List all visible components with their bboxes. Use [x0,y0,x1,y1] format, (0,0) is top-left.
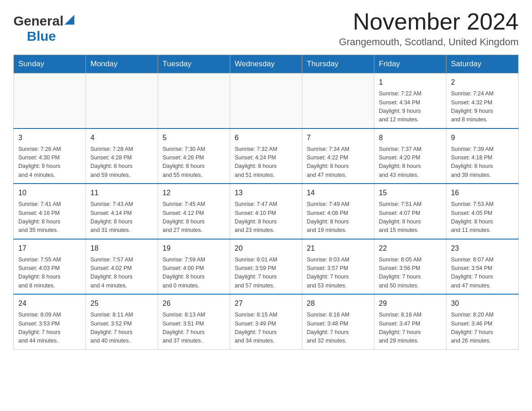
weekday-header: Wednesday [230,55,302,73]
day-number: 6 [235,133,297,143]
day-info: Sunrise: 7:30 AM Sunset: 4:26 PM Dayligh… [163,145,225,180]
day-number: 25 [90,298,153,309]
day-number: 4 [90,133,153,143]
day-info: Sunrise: 7:22 AM Sunset: 4:34 PM Dayligh… [379,90,442,124]
day-info: Sunrise: 8:01 AM Sunset: 3:59 PM Dayligh… [235,256,297,291]
day-number: 19 [163,243,225,254]
day-info: Sunrise: 7:55 AM Sunset: 4:03 PM Dayligh… [18,256,81,291]
calendar-cell: 22Sunrise: 8:05 AM Sunset: 3:56 PM Dayli… [374,239,446,295]
calendar-cell: 27Sunrise: 8:15 AM Sunset: 3:49 PM Dayli… [230,294,302,349]
day-info: Sunrise: 7:45 AM Sunset: 4:12 PM Dayligh… [163,200,225,235]
day-info: Sunrise: 8:05 AM Sunset: 3:56 PM Dayligh… [379,256,442,291]
day-info: Sunrise: 8:16 AM Sunset: 3:48 PM Dayligh… [307,311,369,346]
day-number: 30 [451,298,514,309]
day-number: 2 [451,77,514,88]
day-number: 8 [379,133,442,143]
title-section: November 2024 Grangemouth, Scotland, Uni… [339,9,519,48]
weekday-header: Monday [86,55,158,73]
day-info: Sunrise: 7:57 AM Sunset: 4:02 PM Dayligh… [90,256,153,291]
day-info: Sunrise: 7:34 AM Sunset: 4:22 PM Dayligh… [307,145,369,180]
calendar-cell: 16Sunrise: 7:53 AM Sunset: 4:05 PM Dayli… [446,184,519,239]
day-info: Sunrise: 7:49 AM Sunset: 4:08 PM Dayligh… [307,200,369,235]
calendar-cell: 19Sunrise: 7:59 AM Sunset: 4:00 PM Dayli… [158,239,230,295]
svg-marker-0 [64,15,74,25]
calendar-cell: 24Sunrise: 8:09 AM Sunset: 3:53 PM Dayli… [14,294,86,349]
calendar-cell: 17Sunrise: 7:55 AM Sunset: 4:03 PM Dayli… [14,239,86,295]
calendar-cell [302,73,374,128]
day-info: Sunrise: 7:47 AM Sunset: 4:10 PM Dayligh… [235,200,297,235]
day-info: Sunrise: 8:07 AM Sunset: 3:54 PM Dayligh… [451,256,514,291]
calendar-cell: 20Sunrise: 8:01 AM Sunset: 3:59 PM Dayli… [230,239,302,295]
calendar-cell [230,73,302,128]
location-subtitle: Grangemouth, Scotland, United Kingdom [339,36,519,48]
calendar-cell: 25Sunrise: 8:11 AM Sunset: 3:52 PM Dayli… [86,294,158,349]
day-number: 21 [307,243,369,254]
day-number: 11 [90,188,153,198]
calendar-cell: 30Sunrise: 8:20 AM Sunset: 3:46 PM Dayli… [446,294,519,349]
day-number: 3 [18,133,81,143]
calendar-week-row: 3Sunrise: 7:26 AM Sunset: 4:30 PM Daylig… [14,128,519,184]
calendar-cell: 4Sunrise: 7:28 AM Sunset: 4:28 PM Daylig… [86,128,158,184]
day-info: Sunrise: 8:15 AM Sunset: 3:49 PM Dayligh… [235,311,297,346]
day-number: 20 [235,243,297,254]
day-number: 5 [163,133,225,143]
calendar-cell: 10Sunrise: 7:41 AM Sunset: 4:16 PM Dayli… [14,184,86,239]
logo-general-text: General [13,13,64,29]
day-info: Sunrise: 8:09 AM Sunset: 3:53 PM Dayligh… [18,311,81,346]
day-info: Sunrise: 8:18 AM Sunset: 3:47 PM Dayligh… [379,311,442,346]
calendar-cell: 21Sunrise: 8:03 AM Sunset: 3:57 PM Dayli… [302,239,374,295]
day-info: Sunrise: 7:26 AM Sunset: 4:30 PM Dayligh… [18,145,81,180]
calendar-cell: 29Sunrise: 8:18 AM Sunset: 3:47 PM Dayli… [374,294,446,349]
calendar-cell: 26Sunrise: 8:13 AM Sunset: 3:51 PM Dayli… [158,294,230,349]
day-info: Sunrise: 7:51 AM Sunset: 4:07 PM Dayligh… [379,200,442,235]
day-number: 24 [18,298,81,309]
day-info: Sunrise: 7:37 AM Sunset: 4:20 PM Dayligh… [379,145,442,180]
day-number: 15 [379,188,442,198]
day-info: Sunrise: 7:41 AM Sunset: 4:16 PM Dayligh… [18,200,81,235]
calendar-cell: 12Sunrise: 7:45 AM Sunset: 4:12 PM Dayli… [158,184,230,239]
day-info: Sunrise: 8:20 AM Sunset: 3:46 PM Dayligh… [451,311,514,346]
calendar-cell: 18Sunrise: 7:57 AM Sunset: 4:02 PM Dayli… [86,239,158,295]
calendar-cell: 23Sunrise: 8:07 AM Sunset: 3:54 PM Dayli… [446,239,519,295]
calendar-cell: 8Sunrise: 7:37 AM Sunset: 4:20 PM Daylig… [374,128,446,184]
day-number: 18 [90,243,153,254]
calendar-week-row: 24Sunrise: 8:09 AM Sunset: 3:53 PM Dayli… [14,294,519,349]
weekday-header: Tuesday [158,55,230,73]
day-number: 13 [235,188,297,198]
calendar-cell: 11Sunrise: 7:43 AM Sunset: 4:14 PM Dayli… [86,184,158,239]
calendar-cell: 15Sunrise: 7:51 AM Sunset: 4:07 PM Dayli… [374,184,446,239]
day-number: 26 [163,298,225,309]
day-info: Sunrise: 8:13 AM Sunset: 3:51 PM Dayligh… [163,311,225,346]
day-number: 17 [18,243,81,254]
calendar-cell: 2Sunrise: 7:24 AM Sunset: 4:32 PM Daylig… [446,73,519,128]
day-info: Sunrise: 7:43 AM Sunset: 4:14 PM Dayligh… [90,200,153,235]
day-info: Sunrise: 8:11 AM Sunset: 3:52 PM Dayligh… [90,311,153,346]
weekday-header: Thursday [302,55,374,73]
calendar-week-row: 10Sunrise: 7:41 AM Sunset: 4:16 PM Dayli… [14,184,519,239]
day-number: 29 [379,298,442,309]
calendar-cell: 28Sunrise: 8:16 AM Sunset: 3:48 PM Dayli… [302,294,374,349]
day-info: Sunrise: 7:39 AM Sunset: 4:18 PM Dayligh… [451,145,514,180]
calendar-cell: 14Sunrise: 7:49 AM Sunset: 4:08 PM Dayli… [302,184,374,239]
day-number: 7 [307,133,369,143]
day-number: 22 [379,243,442,254]
calendar-cell: 1Sunrise: 7:22 AM Sunset: 4:34 PM Daylig… [374,73,446,128]
weekday-header: Friday [374,55,446,73]
day-number: 1 [379,77,442,88]
calendar-header-row: SundayMondayTuesdayWednesdayThursdayFrid… [14,55,519,73]
day-number: 27 [235,298,297,309]
day-number: 28 [307,298,369,309]
day-number: 9 [451,133,514,143]
day-number: 10 [18,188,81,198]
day-info: Sunrise: 8:03 AM Sunset: 3:57 PM Dayligh… [307,256,369,291]
day-number: 12 [163,188,225,198]
logo: General Blue [13,9,74,44]
calendar-cell: 13Sunrise: 7:47 AM Sunset: 4:10 PM Dayli… [230,184,302,239]
calendar-cell: 6Sunrise: 7:32 AM Sunset: 4:24 PM Daylig… [230,128,302,184]
calendar-week-row: 1Sunrise: 7:22 AM Sunset: 4:34 PM Daylig… [14,73,519,128]
calendar-cell: 7Sunrise: 7:34 AM Sunset: 4:22 PM Daylig… [302,128,374,184]
calendar-cell: 9Sunrise: 7:39 AM Sunset: 4:18 PM Daylig… [446,128,519,184]
day-number: 16 [451,188,514,198]
calendar-cell [14,73,86,128]
logo-triangle-icon [64,15,74,25]
